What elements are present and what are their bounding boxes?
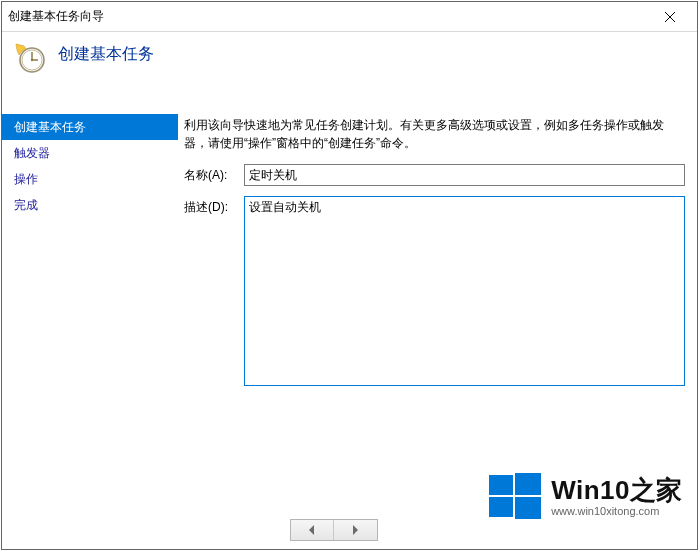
svg-point-6	[31, 59, 33, 61]
pager-next-button[interactable]	[334, 520, 377, 540]
name-input[interactable]	[244, 164, 685, 186]
name-row: 名称(A):	[184, 164, 685, 186]
wizard-header: 创建基本任务	[2, 32, 697, 104]
window-title: 创建基本任务向导	[8, 8, 649, 25]
wizard-icon	[14, 42, 46, 74]
chevron-right-icon	[350, 525, 360, 535]
svg-marker-8	[309, 525, 314, 535]
titlebar: 创建基本任务向导	[2, 2, 697, 32]
intro-text: 利用该向导快速地为常见任务创建计划。有关更多高级选项或设置，例如多任务操作或触发…	[184, 116, 685, 152]
wizard-window: 创建基本任务向导 创建基本任务 创建基本任务 触发器 操作	[1, 1, 698, 550]
pager-prev-button[interactable]	[291, 520, 335, 540]
description-textarea[interactable]	[244, 196, 685, 386]
wizard-content: 创建基本任务 触发器 操作 完成 利用该向导快速地为常见任务创建计划。有关更多高…	[2, 104, 697, 549]
wizard-steps-sidebar: 创建基本任务 触发器 操作 完成	[2, 114, 178, 549]
name-label: 名称(A):	[184, 164, 244, 184]
chevron-left-icon	[307, 525, 317, 535]
step-finish[interactable]: 完成	[2, 192, 178, 218]
svg-marker-9	[353, 525, 358, 535]
close-icon	[665, 12, 675, 22]
step-action[interactable]: 操作	[2, 166, 178, 192]
close-button[interactable]	[649, 3, 691, 31]
step-create-basic-task[interactable]: 创建基本任务	[2, 114, 178, 140]
description-row: 描述(D):	[184, 196, 685, 386]
pager	[290, 519, 378, 541]
description-label: 描述(D):	[184, 196, 244, 216]
step-trigger[interactable]: 触发器	[2, 140, 178, 166]
wizard-main: 利用该向导快速地为常见任务创建计划。有关更多高级选项或设置，例如多任务操作或触发…	[178, 114, 697, 549]
wizard-heading: 创建基本任务	[58, 44, 154, 65]
